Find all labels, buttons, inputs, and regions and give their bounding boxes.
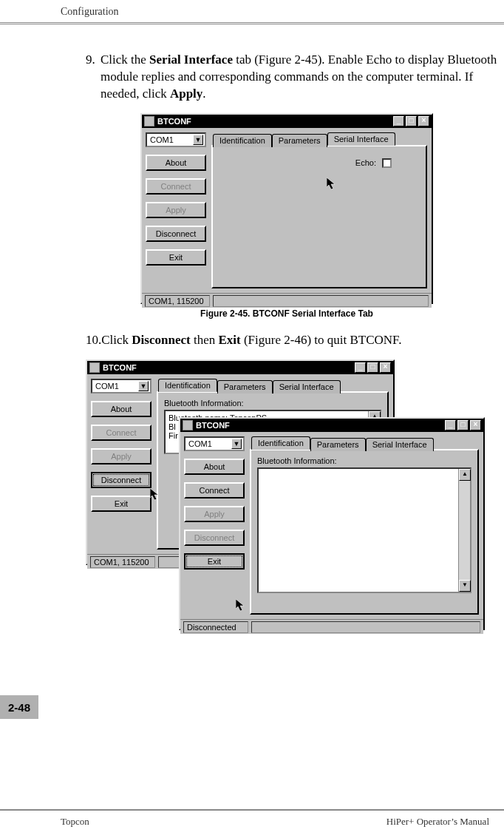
header-section-label: Configuration <box>61 6 119 18</box>
scroll-up-icon[interactable]: ▲ <box>459 469 471 481</box>
minimize-button[interactable]: _ <box>393 116 404 126</box>
echo-row: Echo: <box>355 158 392 168</box>
tab-identification[interactable]: Identification <box>251 436 310 450</box>
figure-2-45-caption: Figure 2-45. BTCONF Serial Interface Tab <box>140 308 433 319</box>
footer-rule <box>0 809 504 811</box>
tab-parameters[interactable]: Parameters <box>217 380 273 393</box>
scroll-down-icon[interactable]: ▼ <box>459 580 471 592</box>
step-9: 9. Click the Serial Interface tab (Figur… <box>75 52 498 103</box>
maximize-button[interactable]: □ <box>457 420 469 430</box>
cursor-icon <box>327 178 337 191</box>
tab-strip: Identification Parameters Serial Interfa… <box>213 132 427 146</box>
status-com: COM1, 115200 <box>90 556 155 568</box>
tab-parameters[interactable]: Parameters <box>310 438 366 451</box>
close-button[interactable]: × <box>380 362 391 373</box>
figure-2-46-wrap: BTCONF _ □ × COM1 ▼ About Connect Apply <box>86 359 485 633</box>
status-bar: Disconnected <box>180 619 483 634</box>
minimize-button[interactable]: _ <box>355 362 366 373</box>
com-port-value: COM1 <box>95 382 119 391</box>
apply-button[interactable]: Apply <box>184 506 245 522</box>
maximize-button[interactable]: □ <box>367 362 378 373</box>
com-port-value: COM1 <box>188 439 212 448</box>
tab-serial-interface[interactable]: Serial Interface <box>273 380 341 393</box>
exit-button[interactable]: Exit <box>146 249 206 266</box>
footer-left: Topcon <box>61 816 89 828</box>
step-10-pre: Click <box>101 333 132 347</box>
chevron-down-icon[interactable]: ▼ <box>193 135 203 145</box>
tab-panel: Echo: <box>211 145 427 288</box>
step-9-pre: Click the <box>101 53 149 67</box>
window-icon <box>183 420 193 430</box>
disconnect-button[interactable]: Disconnect <box>91 472 151 488</box>
titlebar[interactable]: BTCONF _ □ × <box>87 361 393 374</box>
svg-marker-2 <box>236 599 244 611</box>
titlebar[interactable]: BTCONF _ □ × <box>180 419 483 432</box>
step-10-bold2: Exit <box>218 333 240 347</box>
step-10-post: (Figure 2-46) to quit BTCONF. <box>241 333 402 347</box>
step-9-post: . <box>202 87 205 101</box>
step-10: 10. Click Disconnect then Exit (Figure 2… <box>75 332 498 349</box>
figure-2-45-wrap: BTCONF _ □ × COM1 ▼ About Connect Apply <box>140 113 433 319</box>
btconf-window-front: BTCONF _ □ × COM1 ▼ About Connect Apply <box>179 417 485 630</box>
step-10-bold1: Disconnect <box>132 333 190 347</box>
bluetooth-info-textbox[interactable]: ▲ ▼ <box>257 467 471 593</box>
side-panel: COM1 ▼ About Connect Apply Disconnect Ex… <box>87 374 155 554</box>
connect-button[interactable]: Connect <box>146 178 206 195</box>
step-9-text: Click the Serial Interface tab (Figure 2… <box>101 52 498 103</box>
titlebar[interactable]: BTCONF _ □ × <box>142 115 432 128</box>
com-port-value: COM1 <box>150 135 174 144</box>
exit-button[interactable]: Exit <box>184 553 245 570</box>
step-10-number: 10. <box>75 332 101 349</box>
side-panel: COM1 ▼ About Connect Apply Disconnect Ex… <box>180 432 248 619</box>
window-icon <box>89 362 100 373</box>
echo-checkbox[interactable] <box>382 158 392 168</box>
close-button[interactable]: × <box>470 420 481 430</box>
tab-identification[interactable]: Identification <box>213 134 272 147</box>
chevron-down-icon[interactable]: ▼ <box>138 381 149 391</box>
step-10-text: Click Disconnect then Exit (Figure 2-46)… <box>101 332 498 349</box>
apply-button[interactable]: Apply <box>146 202 206 218</box>
close-button[interactable]: × <box>418 116 429 126</box>
step-9-bold1: Serial Interface <box>149 53 233 67</box>
side-panel: COM1 ▼ About Connect Apply Disconnect Ex… <box>142 128 210 293</box>
com-port-combo[interactable]: COM1 ▼ <box>184 436 245 451</box>
tab-strip: Identification Parameters Serial Interfa… <box>251 436 479 450</box>
main-panel: Identification Parameters Serial Interfa… <box>210 128 432 293</box>
about-button[interactable]: About <box>146 155 206 171</box>
window-title: BTCONF <box>103 363 137 372</box>
disconnect-button[interactable]: Disconnect <box>184 530 245 546</box>
main-panel: Identification Parameters Serial Interfa… <box>248 432 483 619</box>
maximize-button[interactable]: □ <box>406 116 417 126</box>
cursor-icon <box>150 488 160 501</box>
scrollbar[interactable]: ▲ ▼ <box>458 469 470 592</box>
minimize-button[interactable]: _ <box>445 420 456 430</box>
connect-button[interactable]: Connect <box>184 482 245 499</box>
status-bar: COM1, 115200 <box>142 293 432 308</box>
tab-strip: Identification Parameters Serial Interfa… <box>158 379 389 392</box>
tab-identification[interactable]: Identification <box>158 379 217 392</box>
chevron-down-icon[interactable]: ▼ <box>231 439 242 449</box>
status-com: COM1, 115200 <box>145 295 210 307</box>
tab-serial-interface[interactable]: Serial Interface <box>366 438 434 451</box>
page-content: 9. Click the Serial Interface tab (Figur… <box>75 52 498 838</box>
window-icon <box>144 116 154 126</box>
footer: Topcon HiPer+ Operator’s Manual <box>61 816 489 828</box>
apply-button[interactable]: Apply <box>91 448 151 464</box>
bluetooth-info-label: Bluetooth Information: <box>164 399 381 408</box>
tab-panel: Bluetooth Information: ▲ ▼ <box>250 449 479 615</box>
com-port-combo[interactable]: COM1 ▼ <box>91 379 151 393</box>
step-9-number: 9. <box>75 52 101 103</box>
tab-parameters[interactable]: Parameters <box>272 134 327 147</box>
footer-right: HiPer+ Operator’s Manual <box>386 816 489 828</box>
tab-serial-interface[interactable]: Serial Interface <box>327 132 395 146</box>
window-title: BTCONF <box>196 421 230 430</box>
window-title: BTCONF <box>157 117 191 126</box>
bluetooth-info-label: Bluetooth Information: <box>257 456 471 465</box>
status-empty <box>251 621 480 633</box>
disconnect-button[interactable]: Disconnect <box>146 226 206 242</box>
connect-button[interactable]: Connect <box>91 425 151 441</box>
com-port-combo[interactable]: COM1 ▼ <box>146 132 206 147</box>
about-button[interactable]: About <box>91 401 151 417</box>
exit-button[interactable]: Exit <box>91 496 151 512</box>
about-button[interactable]: About <box>184 459 245 475</box>
